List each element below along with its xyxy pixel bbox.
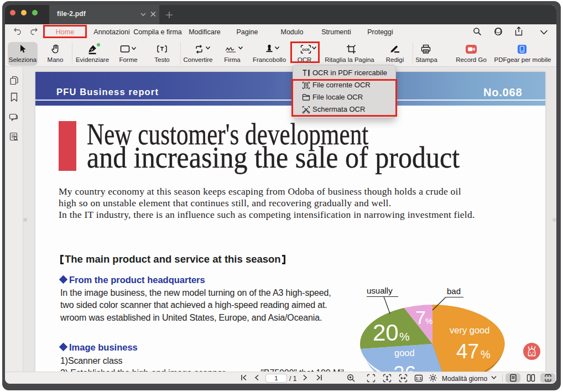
svg-text:7: 7 xyxy=(415,307,426,328)
svg-text:1:1: 1:1 xyxy=(416,376,422,381)
svg-text:26: 26 xyxy=(393,362,416,372)
svg-text:47: 47 xyxy=(456,340,479,363)
svg-text:usually: usually xyxy=(367,286,393,295)
svg-text:%: % xyxy=(399,330,410,343)
svg-text:%: % xyxy=(425,316,432,326)
svg-text:bad: bad xyxy=(447,286,461,296)
svg-text:good: good xyxy=(394,348,415,358)
svg-text:%: % xyxy=(481,348,491,360)
svg-text:very good: very good xyxy=(450,325,489,335)
svg-text:20: 20 xyxy=(373,320,399,346)
